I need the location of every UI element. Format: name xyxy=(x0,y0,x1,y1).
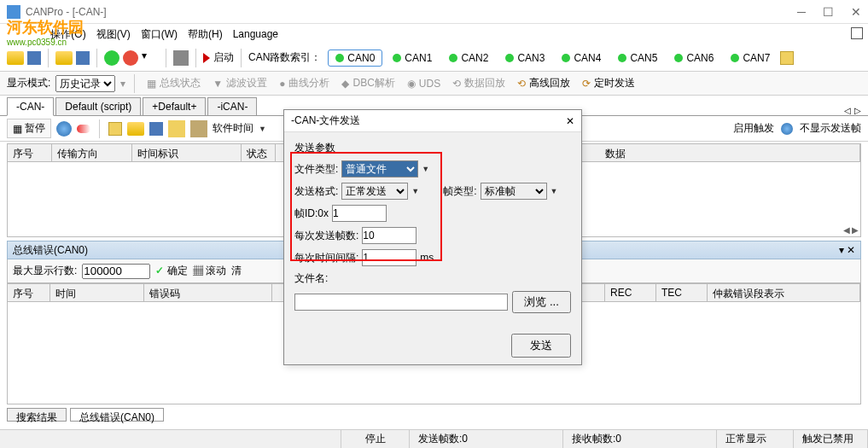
curve-btn[interactable]: ● 曲线分析 xyxy=(276,74,333,92)
bus-status-btn[interactable]: ▦ 总线状态 xyxy=(143,74,204,92)
blue-circle-icon[interactable] xyxy=(56,121,72,137)
maximize-icon[interactable]: ☐ xyxy=(823,5,834,19)
play-icon[interactable] xyxy=(104,50,119,66)
pill-icon[interactable] xyxy=(77,125,90,133)
tb-misc-icon[interactable] xyxy=(168,120,185,137)
window-title: CANPro - [-CAN-] xyxy=(26,6,797,18)
can0-pill[interactable]: CAN0 xyxy=(328,49,382,67)
menu-view[interactable]: 视图(V) xyxy=(96,27,131,42)
col-time: 时间标识 xyxy=(132,144,242,161)
send-format-label: 发送格式: xyxy=(294,184,338,199)
display-mode-select[interactable]: 历史记录 xyxy=(55,75,115,92)
scroll-right-icon[interactable]: ▶ xyxy=(852,225,859,235)
errcol-arbit: 仲裁错误段表示 xyxy=(708,284,860,301)
menu-operate[interactable]: 操作(O) xyxy=(50,27,85,42)
confirm-button[interactable]: ✓ 确定 xyxy=(155,264,187,278)
col-status: 状态 xyxy=(242,144,276,161)
each-interval-input[interactable] xyxy=(362,249,417,266)
save-icon[interactable] xyxy=(27,51,41,65)
filename-label: 文件名: xyxy=(294,271,328,286)
restore-icon[interactable] xyxy=(851,27,863,39)
col-dir: 传输方向 xyxy=(52,144,132,161)
start-label[interactable]: 启动 xyxy=(213,50,234,65)
tb-box-icon[interactable] xyxy=(190,120,207,137)
chevron-down-icon[interactable]: ▼ xyxy=(259,125,266,133)
can3-pill[interactable]: CAN3 xyxy=(498,50,551,66)
file-send-dialog: -CAN-文件发送 ✕ 发送参数 文件类型: 普通文件 ▼ 发送格式: 正常发送… xyxy=(283,109,582,365)
frame-id-label: 帧ID:0x xyxy=(294,207,329,221)
frame-type-select[interactable]: 标准帧 xyxy=(481,183,547,200)
scroll-button[interactable]: ▦ 滚动 xyxy=(193,264,226,278)
filter-btn[interactable]: ▼ 滤波设置 xyxy=(209,74,271,92)
errcol-tec: TEC xyxy=(656,284,708,301)
start-arrow-icon[interactable] xyxy=(203,53,210,63)
col-data: 数据 xyxy=(600,144,860,161)
btab-search[interactable]: 搜索结果 xyxy=(7,408,67,422)
error-panel-chevron-icon[interactable]: ▾ ✕ xyxy=(839,244,855,256)
tb-copy-icon[interactable] xyxy=(108,122,122,136)
tb-folder-icon[interactable] xyxy=(127,122,144,136)
open-icon[interactable] xyxy=(7,51,24,65)
can6-pill[interactable]: CAN6 xyxy=(667,50,720,66)
scroll-left-icon[interactable]: ◀ xyxy=(843,225,850,235)
status-send: 发送帧数:0 xyxy=(410,430,563,448)
frame-id-input[interactable] xyxy=(332,205,387,222)
can4-pill[interactable]: CAN4 xyxy=(555,50,608,66)
menu-help[interactable]: 帮助(H) xyxy=(188,27,223,42)
tab-can[interactable]: -CAN- xyxy=(7,97,54,116)
wrench-icon[interactable] xyxy=(173,50,189,66)
toolbar-filter: 显示模式: 历史记录 ▾ ▦ 总线状态 ▼ 滤波设置 ● 曲线分析 ◆ DBC解… xyxy=(0,72,868,96)
max-rows-label: 最大显示行数: xyxy=(13,264,77,278)
timed-btn[interactable]: ⟳ 定时发送 xyxy=(579,74,638,92)
open2-icon[interactable] xyxy=(55,51,73,65)
menu-language[interactable]: Language xyxy=(233,28,278,40)
no-show-send-label[interactable]: 不显示发送帧 xyxy=(800,121,861,136)
close-icon[interactable]: ✕ xyxy=(851,5,861,19)
errcol-time: 时间 xyxy=(50,284,144,301)
max-rows-input[interactable] xyxy=(82,264,150,279)
menu-window[interactable]: 窗口(W) xyxy=(141,27,178,42)
copy-icon[interactable] xyxy=(780,51,794,65)
interval-unit: ms xyxy=(420,252,434,264)
clear-button[interactable]: 清 xyxy=(231,264,242,278)
tab-default-script[interactable]: Default (script) xyxy=(55,97,141,115)
dbc-btn[interactable]: ◆ DBC解析 xyxy=(338,74,398,92)
can5-pill[interactable]: CAN5 xyxy=(611,50,664,66)
each-interval-label: 每次时间间隔: xyxy=(294,251,358,265)
send-button[interactable]: 发送 xyxy=(511,334,571,358)
replay-btn[interactable]: ⟲ 数据回放 xyxy=(449,74,509,92)
browse-button[interactable]: 浏览 ... xyxy=(512,291,571,313)
btab-error[interactable]: 总线错误(CAN0) xyxy=(70,408,164,422)
each-send-label: 每次发送帧数: xyxy=(294,229,358,243)
can1-pill[interactable]: CAN1 xyxy=(386,50,439,66)
tab-default[interactable]: +Default+ xyxy=(143,97,206,115)
tb-save-icon[interactable] xyxy=(149,122,163,136)
can7-pill[interactable]: CAN7 xyxy=(724,50,777,66)
toolbar-main: ▾ 启动 CAN路数索引： CAN0 CAN1 CAN2 CAN3 CAN4 C… xyxy=(0,44,868,72)
status-normal: 正常显示 xyxy=(717,430,794,448)
enable-trigger-label[interactable]: 启用触发 xyxy=(733,121,774,136)
tab-next-icon[interactable]: ▷ xyxy=(854,106,861,115)
app-icon xyxy=(7,5,20,19)
pause-button[interactable]: ▦ 暂停 xyxy=(7,119,51,138)
params-label: 发送参数 xyxy=(294,141,571,155)
each-send-input[interactable] xyxy=(362,227,417,244)
file-type-select[interactable]: 普通文件 xyxy=(341,160,418,177)
drop-icon[interactable]: ▾ xyxy=(142,49,159,67)
status-trigger: 触发已禁用 xyxy=(794,430,868,448)
soft-time-label: 软件时间 xyxy=(213,121,253,136)
minimize-icon[interactable]: ─ xyxy=(797,5,806,19)
bottom-tabs: 搜索结果 总线错误(CAN0) xyxy=(0,404,868,425)
frame-type-label: 帧类型: xyxy=(443,184,476,199)
tab-prev-icon[interactable]: ◁ xyxy=(844,106,851,115)
offline-btn[interactable]: ⟲ 高线回放 xyxy=(514,74,574,92)
send-format-select[interactable]: 正常发送 xyxy=(341,183,408,200)
can2-pill[interactable]: CAN2 xyxy=(442,50,495,66)
filename-input[interactable] xyxy=(294,294,508,311)
uds-btn[interactable]: ◉ UDS xyxy=(404,76,444,91)
save2-icon[interactable] xyxy=(76,51,90,65)
stop-icon[interactable] xyxy=(123,50,138,66)
dialog-close-icon[interactable]: ✕ xyxy=(566,115,574,127)
status-stop: 停止 xyxy=(341,430,410,448)
tab-ican[interactable]: -iCAN- xyxy=(207,97,257,115)
